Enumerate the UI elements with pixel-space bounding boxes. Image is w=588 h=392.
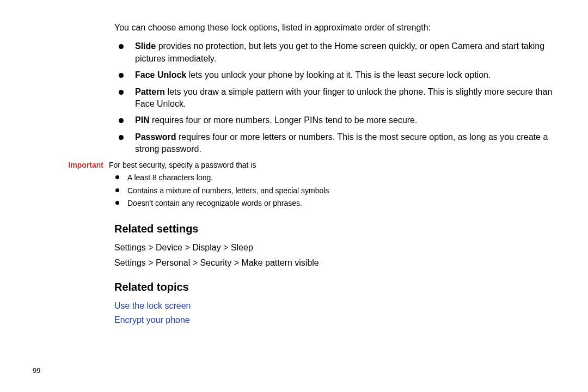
option-label: PIN xyxy=(135,115,150,125)
related-settings-heading: Related settings xyxy=(114,221,555,236)
list-item: Slide provides no protection, but lets y… xyxy=(131,40,555,65)
important-note: Important For best security, specify a p… xyxy=(60,160,555,211)
list-item: Doesn't contain any recognizable words o… xyxy=(125,198,555,209)
list-item: Face Unlock lets you unlock your phone b… xyxy=(131,69,555,81)
list-item: A least 8 characters long. xyxy=(125,173,555,183)
option-text: provides no protection, but lets you get… xyxy=(135,41,544,63)
option-label: Password xyxy=(135,132,176,142)
list-item: Contains a mixture of numbers, letters, … xyxy=(125,186,555,197)
option-label: Slide xyxy=(135,41,156,51)
option-text: requires four or more numbers. Longer PI… xyxy=(150,115,418,125)
option-label: Face Unlock xyxy=(135,70,186,79)
option-text: lets you unlock your phone by looking at… xyxy=(186,70,491,79)
note-sublist: A least 8 characters long. Contains a mi… xyxy=(109,173,555,209)
lock-options-list: Slide provides no protection, but lets y… xyxy=(114,40,555,155)
settings-path: Settings > Personal > Security > Make pa… xyxy=(114,257,555,269)
settings-path: Settings > Device > Display > Sleep xyxy=(114,242,555,254)
page-number: 99 xyxy=(33,366,40,376)
option-text: lets you draw a simple pattern with your… xyxy=(135,87,552,108)
note-intro: For best security, specify a password th… xyxy=(109,161,256,169)
intro-text: You can choose among these lock options,… xyxy=(114,22,555,34)
list-item: Pattern lets you draw a simple pattern w… xyxy=(131,86,555,111)
topic-link-lock-screen[interactable]: Use the lock screen xyxy=(114,300,555,312)
option-text: requires four or more letters or numbers… xyxy=(135,132,548,154)
list-item: Password requires four or more letters o… xyxy=(131,131,555,156)
list-item: PIN requires four or more numbers. Longe… xyxy=(131,114,555,126)
note-label: Important xyxy=(60,160,109,171)
topic-link-encrypt[interactable]: Encrypt your phone xyxy=(114,314,555,326)
related-topics-heading: Related topics xyxy=(114,279,555,295)
option-label: Pattern xyxy=(135,87,165,96)
